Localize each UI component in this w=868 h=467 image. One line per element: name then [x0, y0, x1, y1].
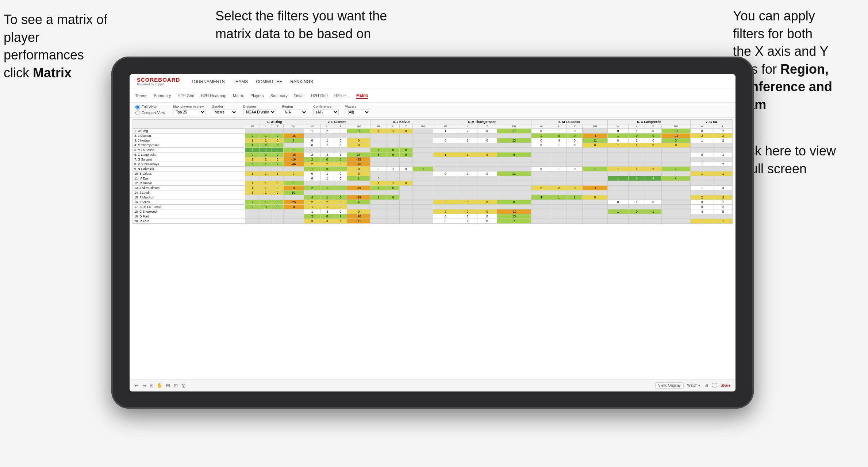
player-name-cell: 18. C Sherwood: [133, 209, 245, 214]
compact-view-radio[interactable]: [135, 111, 140, 115]
player-name-cell: 3. J Koivun: [133, 138, 245, 143]
col-1-header: 1. W Ding: [245, 119, 304, 124]
player-name-cell: 7. G Sargent: [133, 157, 245, 162]
nav-items: TOURNAMENTS TEAMS COMMITTEE RANKINGS: [191, 79, 313, 84]
hand-icon[interactable]: ✋: [157, 383, 162, 388]
player-name-cell: 19. D Ford: [133, 214, 245, 219]
watch-button[interactable]: Watch ▾: [687, 383, 700, 387]
nav-rankings[interactable]: RANKINGS: [290, 79, 313, 84]
sub-nav-matrix[interactable]: Matrix: [233, 93, 244, 99]
player-name-cell: 11. M Ege: [133, 176, 245, 181]
sub-w1: W: [245, 124, 260, 128]
sub-nav-h2h-grid[interactable]: H2H Grid: [177, 93, 194, 99]
nav-committee[interactable]: COMMITTEE: [256, 79, 282, 84]
player-name-cell: 8. P Summerhays: [133, 162, 245, 166]
table-row: 3. J Koivun110201000101304011010312: [133, 138, 733, 143]
sub-l1: L: [260, 124, 272, 128]
player-name-cell: 5. M La Sasso: [133, 147, 245, 152]
player-name-cell: 9. N Gabrelcik: [133, 166, 245, 171]
division-filter: Division NCAA Division I: [243, 105, 276, 115]
view-original-button[interactable]: View: Original: [655, 382, 684, 389]
player-name-cell: 4. M Thorbjornsen: [133, 143, 245, 147]
sub-nav-players[interactable]: Players: [250, 93, 264, 99]
grid-icon[interactable]: ⊞: [166, 383, 170, 388]
table-row: 1. W Ding12011110120170100101302: [133, 128, 733, 133]
compact-view-label[interactable]: Compact View: [135, 111, 165, 115]
redo-icon[interactable]: ↪: [142, 383, 146, 388]
table-row: 19. D Ford202-2001013: [133, 214, 733, 219]
nav-teams[interactable]: TEAMS: [233, 79, 248, 84]
sub-t1: T: [272, 124, 283, 128]
sub-nav-teams[interactable]: Teams: [135, 93, 147, 99]
col-6-header: 6. C Lamprecht: [607, 119, 690, 124]
cast-icon[interactable]: 🖥: [704, 383, 708, 388]
sub-nav-h2h-heatmap[interactable]: H2H Heatmap: [201, 93, 226, 99]
player-name-cell: 14. J Lundin: [133, 190, 245, 195]
full-view-label[interactable]: Full View: [135, 105, 165, 109]
table-row: 9. N Gabrelcik1000010901011121: [133, 166, 733, 171]
nav-logo: SCOREBOARD Powered by clippd: [137, 77, 180, 86]
col-4-header: 4. M Thorbjornsen: [433, 119, 531, 124]
tablet-device: SCOREBOARD Powered by clippd TOURNAMENTS…: [111, 57, 754, 409]
table-row: 12. M Riedel1106110: [133, 181, 733, 185]
fullscreen-icon[interactable]: ⛶: [712, 383, 717, 388]
settings-icon[interactable]: ◎: [181, 383, 185, 388]
share-button[interactable]: Share: [721, 383, 730, 387]
max-players-select[interactable]: Top 25: [173, 109, 206, 115]
col-7-header: 7. G Sa: [690, 119, 732, 124]
copy-icon[interactable]: ⎘: [150, 383, 153, 388]
bottom-bar: ↩ ↪ ⎘ ✋ ⊞ ⊡ ◎ View: Original Watch ▾ 🖥 ⛶…: [130, 379, 736, 391]
full-view-radio[interactable]: [135, 105, 140, 109]
region-filter: Region N/A N/A: [282, 105, 307, 115]
player-name-cell: 13. J Skov Olesen: [133, 185, 245, 190]
col-2-header: 2. L Clanton: [304, 119, 370, 124]
region-select[interactable]: N/A N/A: [282, 109, 307, 115]
powered-text: Powered by clippd: [137, 83, 180, 86]
table-row: 20. M Ford331-11010711: [133, 219, 733, 223]
player-name-cell: 20. M Ford: [133, 219, 245, 223]
player-name-cell: 15. P Maichon: [133, 195, 245, 200]
player-name-cell: 6. C Lamprecht: [133, 152, 245, 157]
sub-nav-h2h-grid2[interactable]: H2H Grid: [311, 93, 328, 99]
annotation-left: To see a matrix of player performances c…: [4, 11, 120, 82]
conference-filter: Conference (All) (All): [313, 105, 339, 115]
table-row: 17. S De La Fuente200-811002: [133, 204, 733, 209]
player-name-cell: 2. L Clanton: [133, 133, 245, 138]
table-row: 11. M Ege010101044: [133, 176, 733, 181]
max-players-filter: Max players in view Top 25: [173, 105, 206, 115]
conference-select[interactable]: (All) (All): [313, 109, 339, 115]
players-select[interactable]: (All) (All): [345, 109, 370, 115]
bottom-bar-left: ↩ ↪ ⎘ ✋ ⊞ ⊡ ◎: [135, 383, 185, 388]
nav-tournaments[interactable]: TOURNAMENTS: [191, 79, 224, 84]
player-name-cell: 17. S De La Fuente: [133, 204, 245, 209]
player-name-cell: 1. W Ding: [133, 128, 245, 133]
table-row: 10. B Valdes111001000101111: [133, 171, 733, 176]
matrix-table: 1. W Ding 2. L Clanton 3. J Koivun 4. M …: [132, 119, 733, 224]
table-row: 18. C Sherwood1300220-1010145: [133, 209, 733, 214]
players-filter: Players (All) (All): [345, 105, 370, 115]
table-row: 13. J Skov Olesen110-3210-1910220-113: [133, 185, 733, 190]
player-name-cell: 12. M Riedel: [133, 181, 245, 185]
table-row: 4. M Thorbjornsen100010001001100: [133, 143, 733, 147]
sub-nav-h2h-h[interactable]: H2H H...: [334, 93, 350, 99]
table-row: 5. M La Sasso1006100: [133, 147, 733, 152]
division-select[interactable]: NCAA Division I: [243, 109, 276, 115]
matrix-container[interactable]: 1. W Ding 2. L Clanton 3. J Koivun 4. M …: [130, 118, 736, 379]
nav-bar: SCOREBOARD Powered by clippd TOURNAMENTS…: [130, 74, 736, 90]
table-row: 6. C Lamprecht200-1624124300110601: [133, 152, 733, 157]
table-row: 8. P Summerhays512-46220-1612: [133, 162, 733, 166]
undo-icon[interactable]: ↩: [135, 383, 139, 388]
sub-nav-summary[interactable]: Summary: [154, 93, 171, 99]
sub-nav-detail[interactable]: Detail: [294, 93, 304, 99]
col-5-header: 5. M La Sasso: [531, 119, 607, 124]
zoom-icon[interactable]: ⊡: [174, 383, 178, 388]
table-row: 15. P Maichon410-1910411022: [133, 195, 733, 200]
gender-select[interactable]: Men's: [212, 109, 237, 115]
tablet-screen: SCOREBOARD Powered by clippd TOURNAMENTS…: [130, 74, 736, 391]
sub-nav-summary2[interactable]: Summary: [270, 93, 288, 99]
player-name-cell: 10. B Valdes: [133, 171, 245, 176]
sub-nav: Teams Summary H2H Grid H2H Heatmap Matri…: [130, 90, 736, 103]
table-row: 14. J Lundin11010: [133, 190, 733, 195]
sub-nav-matrix-active[interactable]: Matrix: [356, 93, 368, 99]
col-3-header: 3. J Koivun: [370, 119, 433, 124]
